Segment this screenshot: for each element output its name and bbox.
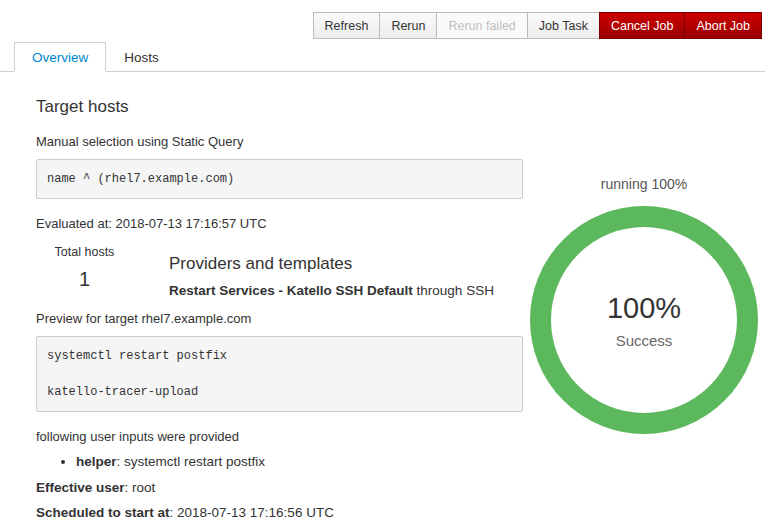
effective-user-value: : root xyxy=(125,480,156,495)
template-suffix: through SSH xyxy=(413,283,494,298)
preview-label: Preview for target rhel7.example.com xyxy=(36,311,523,326)
success-donut-chart: 100% Success xyxy=(530,206,758,434)
abort-job-button[interactable]: Abort Job xyxy=(684,12,762,39)
user-input-item: helper: systemctl restart postfix xyxy=(76,454,523,469)
cancel-job-button[interactable]: Cancel Job xyxy=(599,12,686,39)
scheduled-start-label: Scheduled to start at xyxy=(36,505,170,520)
tab-bar: Overview Hosts xyxy=(0,42,765,72)
tab-overview[interactable]: Overview xyxy=(14,42,106,72)
job-status-chart: running 100% 100% Success xyxy=(528,176,760,434)
selection-method-text: Manual selection using Static Query xyxy=(36,134,523,149)
search-query-box: name ^ (rhel7.example.com) xyxy=(36,159,523,199)
refresh-button[interactable]: Refresh xyxy=(313,12,381,39)
user-input-name: helper xyxy=(76,454,117,469)
total-hosts-label: Total hosts xyxy=(36,245,133,259)
total-hosts-stat: Total hosts 1 xyxy=(36,245,133,298)
job-details-column: Target hosts Manual selection using Stat… xyxy=(36,97,523,520)
user-input-value: : systemctl restart postfix xyxy=(117,454,266,469)
rerun-button[interactable]: Rerun xyxy=(379,12,437,39)
user-inputs-list: helper: systemctl restart postfix xyxy=(76,454,523,469)
effective-user-label: Effective user xyxy=(36,480,125,495)
hosts-providers-row: Total hosts 1 Providers and templates Re… xyxy=(36,245,523,298)
template-line: Restart Services - Katello SSH Default t… xyxy=(169,283,494,298)
user-inputs-label: following user inputs were provided xyxy=(36,429,523,444)
providers-section: Providers and templates Restart Services… xyxy=(169,245,494,298)
rerun-failed-button: Rerun failed xyxy=(436,12,527,39)
donut-center: 100% Success xyxy=(530,206,758,434)
tab-hosts[interactable]: Hosts xyxy=(106,42,177,72)
template-name: Restart Services - Katello SSH Default xyxy=(169,283,413,298)
donut-percentage: 100% xyxy=(607,292,681,325)
chart-title: running 100% xyxy=(528,176,760,192)
providers-heading: Providers and templates xyxy=(169,254,494,274)
donut-status-label: Success xyxy=(616,332,673,349)
job-action-toolbar: Refresh Rerun Rerun failed Job Task Canc… xyxy=(313,12,762,39)
effective-user-line: Effective user: root xyxy=(36,480,523,495)
target-hosts-heading: Target hosts xyxy=(36,97,523,117)
scheduled-start-value: : 2018-07-13 17:16:56 UTC xyxy=(170,505,334,520)
preview-box: systemctl restart postfix katello-tracer… xyxy=(36,336,523,412)
total-hosts-value: 1 xyxy=(36,268,133,291)
scheduled-start-line: Scheduled to start at: 2018-07-13 17:16:… xyxy=(36,505,523,520)
job-task-button[interactable]: Job Task xyxy=(527,12,600,39)
job-invocation-page: Refresh Rerun Rerun failed Job Task Canc… xyxy=(0,0,777,523)
evaluated-at-text: Evaluated at: 2018-07-13 17:16:57 UTC xyxy=(36,216,523,231)
